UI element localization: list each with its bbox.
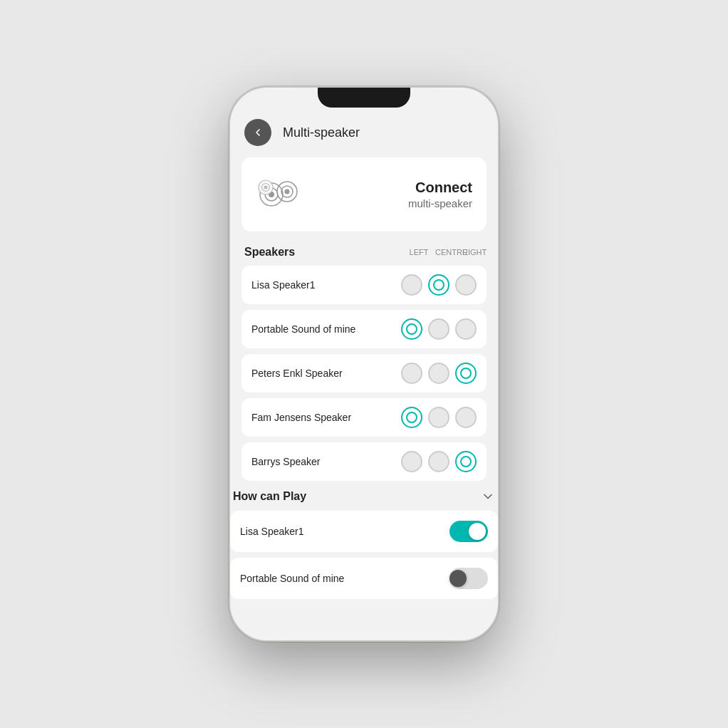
radio-centre[interactable] (428, 451, 449, 472)
radio-right[interactable] (455, 318, 477, 340)
toggle-thumb (469, 523, 486, 540)
toggle-row: Portable Sound of mine (230, 558, 498, 599)
toggle-rows-container: Lisa Speaker1 Portable Sound of mine (230, 511, 498, 599)
page-title: Multi-speaker (283, 125, 360, 140)
toggle-speaker-name: Portable Sound of mine (240, 573, 449, 584)
speaker-name: Portable Sound of mine (251, 323, 401, 335)
phone-screen: Multi-speaker (230, 88, 498, 640)
col-left-label: LEFT (408, 248, 430, 256)
connect-title: Connect (317, 180, 472, 196)
speaker-name: Barrys Speaker (251, 456, 401, 467)
radio-right[interactable] (455, 451, 477, 472)
radio-left[interactable] (401, 363, 422, 384)
speaker-row: Fam Jensens Speaker (241, 398, 487, 437)
speaker-name: Fam Jensens Speaker (251, 412, 401, 423)
svg-point-8 (264, 186, 268, 189)
toggle-speaker-name: Lisa Speaker1 (240, 526, 449, 537)
how-can-play-section: How can Play Lisa Speaker1 Portable Soun… (230, 489, 498, 599)
toggle-switch[interactable] (449, 521, 488, 542)
radio-group (401, 407, 477, 428)
chevron-down-icon[interactable] (481, 489, 495, 504)
toggle-switch[interactable] (449, 568, 488, 589)
speaker-name: Lisa Speaker1 (251, 279, 401, 291)
how-play-title: How can Play (233, 490, 481, 503)
speaker-name: Peters Enkl Speaker (251, 368, 401, 379)
speakers-title: Speakers (244, 246, 408, 259)
svg-point-5 (285, 189, 290, 194)
column-labels: LEFT CENTRE RIGHT (408, 248, 484, 256)
connect-subtitle: multi-speaker (317, 197, 472, 209)
speakers-section-header: Speakers LEFT CENTRE RIGHT (241, 246, 487, 266)
how-play-header: How can Play (230, 489, 498, 511)
radio-group (401, 363, 477, 384)
connect-text: Connect multi-speaker (317, 180, 472, 209)
radio-right[interactable] (455, 407, 477, 428)
radio-centre[interactable] (428, 407, 449, 428)
phone-frame: Multi-speaker (229, 86, 499, 642)
radio-right[interactable] (455, 274, 477, 296)
radio-right[interactable] (455, 363, 477, 384)
toggle-thumb (449, 570, 467, 587)
radio-group (401, 318, 477, 340)
radio-left[interactable] (401, 407, 422, 428)
back-button[interactable] (244, 119, 271, 146)
radio-group (401, 274, 477, 296)
app-header: Multi-speaker (230, 110, 498, 157)
radio-left[interactable] (401, 451, 422, 472)
speaker-row: Portable Sound of mine (241, 310, 487, 348)
speaker-row: Lisa Speaker1 (241, 266, 487, 304)
radio-left[interactable] (401, 274, 422, 296)
radio-group (401, 451, 477, 472)
speakers-section: Speakers LEFT CENTRE RIGHT Lisa Speaker1… (241, 246, 487, 481)
toggle-row: Lisa Speaker1 (230, 511, 498, 552)
notch (318, 88, 410, 108)
speaker-rows-container: Lisa Speaker1 Portable Sound of mine Pet… (241, 266, 487, 481)
connect-card: Connect multi-speaker (241, 157, 487, 232)
col-centre-label: CENTRE (435, 248, 457, 256)
radio-centre[interactable] (428, 274, 449, 296)
speaker-row: Peters Enkl Speaker (241, 354, 487, 392)
radio-centre[interactable] (428, 318, 449, 340)
radio-centre[interactable] (428, 363, 449, 384)
speaker-illustration-icon (256, 172, 306, 217)
radio-left[interactable] (401, 318, 422, 340)
col-right-label: RIGHT (462, 248, 484, 256)
screen-content: Multi-speaker (230, 88, 498, 640)
speaker-row: Barrys Speaker (241, 442, 487, 481)
